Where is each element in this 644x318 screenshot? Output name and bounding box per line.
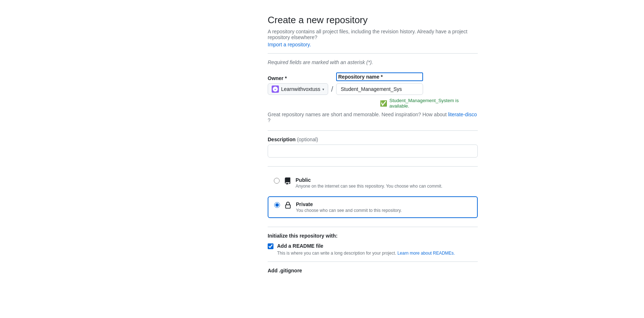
public-description: Anyone on the internet can see this repo… — [296, 184, 442, 189]
owner-field-group: Owner * Learnwithvoxtuss ▾ — [268, 75, 328, 95]
chevron-down-icon: ▾ — [322, 87, 324, 91]
owner-dropdown[interactable]: Learnwithvoxtuss ▾ — [268, 83, 328, 95]
divider-4 — [268, 227, 478, 227]
gitignore-section: Add .gitignore — [268, 268, 478, 273]
public-title: Public — [296, 177, 442, 183]
availability-message: ✅ Student_Management_System is available… — [380, 98, 478, 109]
readme-learn-more-link[interactable]: Learn more about READMEs. — [397, 251, 455, 256]
repo-name-input[interactable] — [336, 83, 423, 95]
repo-name-label: Repository name * — [336, 72, 423, 81]
initialize-section: Initialize this repository with: Add a R… — [268, 233, 478, 256]
description-section: Description (optional) — [268, 137, 478, 158]
visibility-section: Public Anyone on the internet can see th… — [268, 172, 478, 218]
divider-1 — [268, 53, 478, 54]
public-icon — [284, 177, 291, 187]
owner-repo-row: Owner * Learnwithvoxtuss ▾ / Repository … — [268, 72, 478, 95]
lock-icon — [284, 202, 292, 211]
divider-3 — [268, 166, 478, 167]
private-radio[interactable] — [274, 202, 280, 208]
required-note: Required fields are marked with an aster… — [268, 59, 478, 65]
readme-checkbox[interactable] — [268, 243, 273, 249]
owner-name: Learnwithvoxtuss — [281, 86, 320, 92]
private-text-block: Private You choose who can see and commi… — [296, 201, 402, 213]
description-input[interactable] — [268, 145, 478, 158]
readme-checkbox-row: Add a README file — [268, 243, 478, 249]
divider-5 — [268, 261, 478, 262]
description-label: Description (optional) — [268, 137, 478, 142]
readme-description: This is where you can write a long descr… — [277, 251, 478, 256]
page-title: Create a new repository — [268, 14, 478, 26]
gitignore-title: Add .gitignore — [268, 268, 478, 273]
page-subtitle: A repository contains all project files,… — [268, 29, 478, 40]
inspiration-suffix: ? — [268, 117, 271, 123]
visibility-private-option[interactable]: Private You choose who can see and commi… — [268, 196, 478, 218]
public-text-block: Public Anyone on the internet can see th… — [296, 177, 442, 189]
visibility-public-option[interactable]: Public Anyone on the internet can see th… — [268, 172, 478, 193]
import-link[interactable]: Import a repository. — [268, 42, 311, 47]
init-title: Initialize this repository with: — [268, 233, 478, 239]
check-icon: ✅ — [380, 100, 387, 107]
inspiration-prefix: Great repository names are short and mem… — [268, 112, 447, 117]
owner-label: Owner * — [268, 75, 328, 81]
optional-label: (optional) — [297, 137, 318, 142]
availability-text: Student_Management_System is available. — [389, 98, 478, 109]
public-radio[interactable] — [274, 178, 280, 184]
private-title: Private — [296, 201, 402, 207]
page-container: Create a new repository A repository con… — [159, 0, 485, 288]
divider-2 — [268, 130, 478, 131]
repo-name-field-group: Repository name * — [336, 72, 423, 95]
readme-desc-prefix: This is where you can write a long descr… — [277, 251, 396, 256]
private-description: You choose who can see and commit to thi… — [296, 208, 402, 213]
inspiration-link[interactable]: literate-disco — [448, 112, 477, 117]
owner-avatar — [272, 85, 279, 93]
slash-separator: / — [331, 85, 333, 95]
inspiration-text: Great repository names are short and mem… — [268, 112, 478, 123]
readme-label: Add a README file — [277, 243, 323, 249]
